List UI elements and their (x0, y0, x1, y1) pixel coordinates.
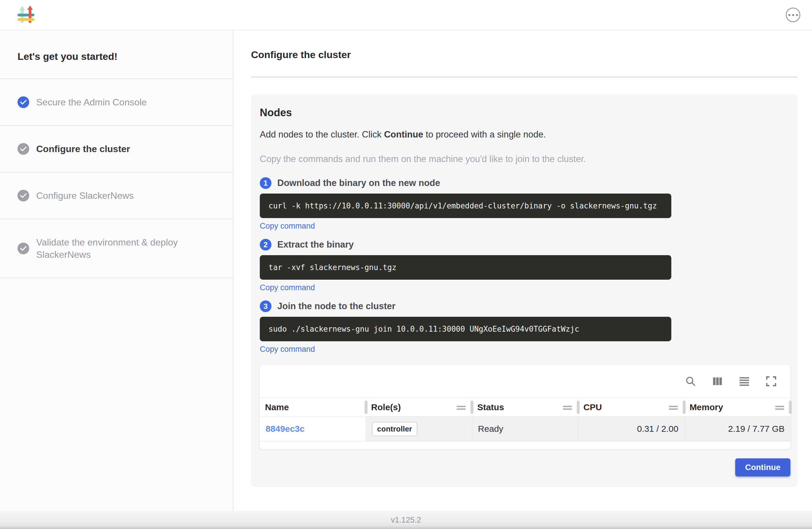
nodes-heading: Nodes (260, 106, 791, 119)
table-header-row: Name Role(s) Status (260, 398, 791, 417)
check-circle-icon (17, 243, 29, 254)
step-2-header: 2 Extract the binary (260, 239, 791, 251)
sidebar-item-label: Validate the environment & deploy Slacke… (36, 236, 215, 261)
step-2-copy-command-link[interactable]: Copy command (260, 283, 315, 292)
sidebar-item-label: Configure the cluster (36, 143, 130, 155)
fullscreen-icon[interactable] (765, 375, 777, 387)
sidebar-item-label: Secure the Admin Console (36, 96, 147, 108)
continue-button[interactable]: Continue (735, 458, 791, 476)
step-1-number-badge: 1 (260, 177, 272, 189)
role-chip: controller (372, 422, 417, 436)
copy-commands-hint: Copy the commands and run them on the ma… (260, 154, 791, 165)
sidebar-item-validate-deploy[interactable]: Validate the environment & deploy Slacke… (0, 219, 233, 278)
ellipsis-icon (788, 14, 791, 16)
step-3-number-badge: 3 (260, 300, 272, 312)
node-status-cell: Ready (472, 417, 579, 441)
setup-sidebar: Let's get you started! Secure the Admin … (0, 30, 233, 511)
sidebar-item-label: Configure SlackerNews (36, 189, 134, 202)
nodes-intro-text: Add nodes to the cluster. Click Continue… (260, 129, 791, 140)
step-3-copy-command-link[interactable]: Copy command (260, 345, 315, 354)
search-icon[interactable] (685, 375, 696, 387)
node-memory-cell: 2.19 / 7.77 GB (684, 417, 791, 441)
node-roles-cell: controller (366, 417, 472, 441)
column-menu-icon[interactable] (775, 402, 784, 412)
column-header-cpu[interactable]: CPU (578, 398, 684, 416)
top-bar (0, 0, 812, 30)
ellipsis-icon (796, 14, 798, 16)
page-title: Configure the cluster (251, 49, 797, 60)
step-1-title: Download the binary on the new node (277, 178, 440, 188)
title-divider (251, 77, 797, 77)
step-1-command-code: curl -k https://10.0.0.11:30000/api/v1/e… (260, 194, 671, 218)
step-2-title: Extract the binary (277, 239, 354, 250)
step-2-command-code: tar -xvf slackernews-gnu.tgz (260, 255, 671, 280)
admin-console-app: Let's get you started! Secure the Admin … (0, 0, 812, 529)
sidebar-item-configure-slackernews[interactable]: Configure SlackerNews (0, 173, 233, 219)
columns-icon[interactable] (712, 375, 723, 387)
ellipsis-icon (792, 14, 794, 16)
column-header-name[interactable]: Name (260, 398, 366, 416)
nodes-table-card: Name Role(s) Status (260, 365, 791, 449)
check-circle-icon (17, 190, 29, 201)
nodes-table: Name Role(s) Status (260, 398, 791, 441)
step-1-header: 1 Download the binary on the new node (260, 177, 791, 189)
sidebar-item-configure-cluster[interactable]: Configure the cluster (0, 126, 233, 173)
step-2-number-badge: 2 (260, 239, 272, 251)
page-body: Let's get you started! Secure the Admin … (0, 30, 812, 511)
step-1-copy-command-link[interactable]: Copy command (260, 221, 315, 231)
page-footer: v1.125.2 (0, 511, 812, 529)
sidebar-title: Let's get you started! (0, 30, 233, 79)
overflow-menu-button[interactable] (786, 8, 800, 22)
version-label: v1.125.2 (391, 516, 421, 525)
column-menu-icon[interactable] (669, 402, 678, 412)
column-header-memory[interactable]: Memory (684, 398, 791, 416)
column-resize-handle[interactable] (789, 401, 792, 414)
check-circle-icon (17, 96, 29, 108)
density-icon[interactable] (738, 375, 750, 387)
main-content: Configure the cluster Nodes Add nodes to… (233, 30, 812, 511)
step-3-command-code: sudo ./slackernews-gnu join 10.0.0.11:30… (260, 317, 671, 341)
column-menu-icon[interactable] (457, 402, 466, 412)
column-menu-icon[interactable] (563, 402, 572, 412)
table-toolbar (260, 365, 791, 398)
sidebar-item-secure-admin-console[interactable]: Secure the Admin Console (0, 79, 233, 126)
step-3-title: Join the node to the cluster (277, 301, 395, 312)
node-name-cell: 8849ec3c (260, 417, 366, 441)
column-header-status[interactable]: Status (472, 398, 578, 416)
check-circle-icon (17, 143, 29, 155)
slackernews-logo-icon (17, 5, 35, 24)
node-name-link[interactable]: 8849ec3c (266, 424, 304, 434)
step-3-header: 3 Join the node to the cluster (260, 300, 791, 312)
nodes-card: Nodes Add nodes to the cluster. Click Co… (251, 94, 797, 487)
column-header-roles[interactable]: Role(s) (366, 398, 472, 416)
table-row: 8849ec3c controller Ready 0.31 / 2.00 2.… (260, 417, 791, 441)
node-cpu-cell: 0.31 / 2.00 (578, 417, 684, 441)
